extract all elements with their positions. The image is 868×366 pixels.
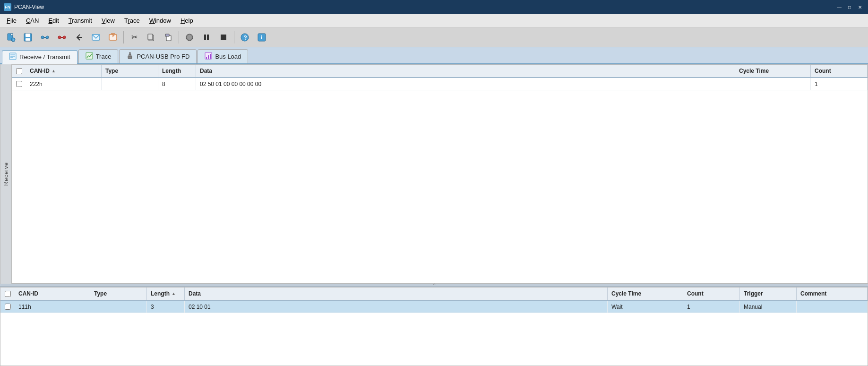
svg-point-22 <box>187 35 192 40</box>
tab-trace[interactable]: Trace <box>78 49 119 63</box>
tab-pcan-usb[interactable]: PCAN-USB Pro FD <box>119 49 197 63</box>
close-button[interactable]: ✕ <box>856 3 864 11</box>
tab-bus-load[interactable]: Bus Load <box>198 49 248 63</box>
menu-help[interactable]: Help <box>176 15 198 26</box>
info-button[interactable]: i <box>254 30 270 45</box>
pause-button[interactable] <box>198 30 215 45</box>
receive-row-canid: 222h <box>26 78 102 90</box>
receive-row-count: 1 <box>811 78 868 90</box>
receive-table-body: 222h 8 02 50 01 00 00 00 00 00 1 <box>12 78 868 283</box>
transmit-col-length: Length ▲ <box>147 288 185 300</box>
svg-point-10 <box>63 36 66 39</box>
menu-window[interactable]: Window <box>145 15 176 26</box>
record-button[interactable] <box>181 30 198 45</box>
separator-3 <box>234 31 234 44</box>
transmit-message-button[interactable] <box>105 30 121 45</box>
transmit-row-trigger: Manual <box>740 301 797 313</box>
tab-pcan-usb-icon <box>126 52 134 61</box>
connect-button[interactable] <box>37 30 53 45</box>
transmit-select-all-checkbox[interactable] <box>5 291 11 297</box>
transmit-row-cycletime: Wait <box>608 301 683 313</box>
receive-row-type <box>102 78 158 90</box>
receive-header-checkbox <box>12 68 26 74</box>
svg-rect-40 <box>208 55 209 59</box>
receive-message-button[interactable] <box>88 30 104 45</box>
save-button[interactable] <box>20 30 36 45</box>
tab-trace-label: Trace <box>96 53 112 60</box>
cut-button[interactable]: ✂ <box>126 30 142 45</box>
main-content: Receive CAN-ID ▲ Type Length Data <box>0 64 868 366</box>
receive-row-select-checkbox[interactable] <box>16 81 22 87</box>
receive-col-count: Count <box>811 65 868 77</box>
svg-rect-18 <box>148 34 153 40</box>
help-button[interactable]: ? <box>237 30 253 45</box>
paste-button[interactable] <box>160 30 176 45</box>
new-button[interactable]: + <box>3 30 19 45</box>
receive-side-label: Receive <box>0 64 11 284</box>
stop-button[interactable] <box>215 30 232 45</box>
svg-rect-39 <box>206 57 207 59</box>
menu-file[interactable]: File <box>2 15 21 26</box>
receive-col-data: Data <box>196 65 735 77</box>
separator-2 <box>179 31 179 44</box>
tab-pcan-usb-label: PCAN-USB Pro FD <box>137 53 189 60</box>
svg-rect-4 <box>26 34 30 37</box>
receive-row-222h[interactable]: 222h 8 02 50 01 00 00 00 00 00 1 <box>12 78 868 90</box>
receive-row-data: 02 50 01 00 00 00 00 00 <box>196 78 735 90</box>
svg-rect-23 <box>204 35 206 40</box>
transmit-col-comment: Comment <box>797 288 868 300</box>
app-icon-text: FN <box>5 5 10 9</box>
svg-text:+: + <box>12 38 14 42</box>
transmit-col-count: Count <box>683 288 740 300</box>
transmit-header-checkbox <box>0 291 15 297</box>
receive-row-length: 8 <box>158 78 196 90</box>
svg-point-6 <box>41 36 44 39</box>
receive-col-type: Type <box>102 65 158 77</box>
tab-receive-transmit-label: Receive / Transmit <box>19 53 70 61</box>
transmit-col-trigger: Trigger <box>740 288 797 300</box>
minimize-button[interactable]: — <box>835 3 843 11</box>
transmit-row-count: 1 <box>683 301 740 313</box>
receive-row-checkbox <box>12 81 26 87</box>
receive-select-all-checkbox[interactable] <box>16 68 22 74</box>
menu-bar: File CAN Edit Transmit View Trace Window… <box>0 14 868 27</box>
app-icon: FN <box>4 3 11 11</box>
transmit-col-cycletime: Cycle Time <box>608 288 683 300</box>
svg-point-9 <box>58 36 61 39</box>
transmit-row-checkbox <box>0 304 15 310</box>
receive-table-container: CAN-ID ▲ Type Length Data Cycle Time Cou… <box>11 64 868 284</box>
svg-rect-34 <box>86 52 93 59</box>
receive-table-header: CAN-ID ▲ Type Length Data Cycle Time Cou… <box>12 65 868 78</box>
menu-can[interactable]: CAN <box>21 15 43 26</box>
transmit-col-canid: CAN-ID <box>15 288 90 300</box>
menu-view[interactable]: View <box>97 15 120 26</box>
menu-trace[interactable]: Trace <box>120 15 145 26</box>
transmit-row-type <box>90 301 147 313</box>
svg-rect-41 <box>210 54 211 59</box>
separator-1 <box>123 31 124 44</box>
tab-bus-load-icon <box>205 52 212 61</box>
copy-button[interactable] <box>143 30 159 45</box>
tab-receive-transmit-icon <box>9 52 17 61</box>
back-button[interactable] <box>71 30 87 45</box>
tabs-bar: Receive / Transmit Trace PCAN-USB Pro FD… <box>0 47 868 64</box>
transmit-row-111h[interactable]: 111h 3 02 10 01 Wait 1 Manual <box>0 301 868 313</box>
window-controls: — □ ✕ <box>835 3 864 11</box>
tab-receive-transmit[interactable]: Receive / Transmit <box>2 50 77 64</box>
transmit-row-select-checkbox[interactable] <box>5 304 11 310</box>
menu-transmit[interactable]: Transmit <box>64 15 97 26</box>
svg-text:?: ? <box>244 34 247 41</box>
receive-panel: Receive CAN-ID ▲ Type Length Data <box>0 64 868 284</box>
menu-edit[interactable]: Edit <box>43 15 63 26</box>
svg-text:i: i <box>261 35 262 40</box>
receive-col-canid: CAN-ID ▲ <box>26 65 102 77</box>
transmit-table-body: 111h 3 02 10 01 Wait 1 Manual <box>0 301 868 366</box>
transmit-row-length: 3 <box>147 301 185 313</box>
tab-trace-icon <box>86 52 93 61</box>
svg-rect-25 <box>221 35 226 40</box>
disconnect-button[interactable] <box>54 30 70 45</box>
transmit-table-header: CAN-ID Type Length ▲ Data Cycle Time Cou… <box>0 288 868 301</box>
svg-point-7 <box>46 36 49 39</box>
transmit-row-comment <box>797 301 868 313</box>
maximize-button[interactable]: □ <box>845 3 854 11</box>
